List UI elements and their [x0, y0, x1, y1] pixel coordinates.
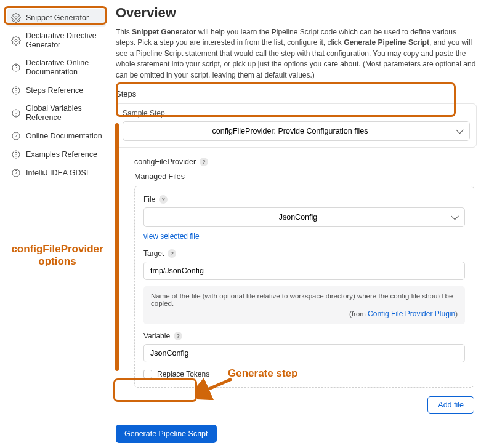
sidebar-item-label: Online Documentation — [26, 132, 102, 141]
sample-step-label: Sample Step — [123, 109, 470, 118]
help-icon — [11, 63, 21, 73]
sidebar: Snippet Generator Declarative Directive … — [0, 0, 110, 448]
help-icon[interactable]: ? — [174, 332, 182, 340]
config-file-provider-plugin-link[interactable]: Config File Provider Plugin — [368, 310, 455, 318]
config-block: configFileProvider ? Managed Files File … — [116, 155, 477, 418]
sidebar-item-steps-reference[interactable]: Steps Reference — [7, 81, 106, 100]
svg-point-11 — [16, 156, 17, 157]
svg-point-7 — [16, 115, 17, 116]
sidebar-item-label: Snippet Generator — [26, 14, 89, 23]
sample-step-select[interactable]: configFileProvider: Provide Configuratio… — [123, 121, 470, 141]
managed-file-entry: File ? JsonConfig view selected file Tar… — [134, 186, 474, 388]
sidebar-item-label: Steps Reference — [26, 86, 83, 95]
help-icon[interactable]: ? — [200, 158, 208, 166]
gear-icon — [11, 36, 21, 46]
sidebar-item-examples-reference[interactable]: Examples Reference — [7, 145, 106, 164]
help-icon[interactable]: ? — [159, 195, 168, 204]
generate-pipeline-script-button[interactable]: Generate Pipeline Script — [116, 425, 217, 443]
sidebar-item-label: Global Variables Reference — [26, 104, 102, 122]
intro-text: This Snippet Generator will help you lea… — [116, 27, 477, 81]
replace-tokens-checkbox[interactable] — [143, 370, 152, 378]
svg-point-5 — [16, 92, 17, 93]
sample-step-panel: Sample Step configFileProvider: Provide … — [116, 103, 477, 148]
add-file-button[interactable]: Add file — [427, 396, 474, 414]
sidebar-item-label: Declarative Directive Generator — [26, 31, 102, 50]
help-icon — [11, 150, 21, 159]
target-label: Target — [143, 249, 164, 258]
sidebar-item-global-variables[interactable]: Global Variables Reference — [7, 100, 106, 127]
sidebar-item-declarative-directive[interactable]: Declarative Directive Generator — [7, 27, 106, 54]
managed-files-label: Managed Files — [134, 172, 474, 181]
help-icon — [11, 168, 21, 178]
variable-input[interactable] — [143, 344, 465, 362]
sidebar-item-label: Declarative Online Documentation — [26, 58, 102, 77]
help-icon[interactable]: ? — [168, 249, 176, 258]
file-label: File — [143, 195, 155, 204]
config-header-label: configFileProvider — [134, 158, 196, 166]
sidebar-item-online-doc[interactable]: Online Documentation — [7, 127, 106, 145]
sidebar-item-label: Examples Reference — [26, 150, 97, 159]
svg-point-3 — [16, 70, 17, 70]
help-icon — [11, 131, 21, 141]
replace-tokens-label: Replace Tokens — [157, 370, 209, 378]
sidebar-item-label: IntelliJ IDEA GDSL — [26, 169, 91, 178]
help-icon — [11, 86, 21, 95]
gear-icon — [11, 13, 21, 23]
svg-point-13 — [16, 175, 17, 175]
target-input[interactable] — [143, 262, 465, 280]
main-content: Overview This Snippet Generator will hel… — [110, 0, 489, 448]
svg-point-1 — [15, 39, 17, 42]
target-help-note: Name of the file (with optional file rel… — [143, 286, 465, 324]
svg-point-0 — [15, 17, 17, 19]
variable-label: Variable — [143, 332, 170, 340]
steps-heading: Steps — [116, 89, 477, 98]
sidebar-item-snippet-generator[interactable]: Snippet Generator — [7, 9, 106, 27]
sidebar-item-declarative-online-doc[interactable]: Declarative Online Documentation — [7, 54, 106, 81]
view-selected-file-link[interactable]: view selected file — [143, 232, 200, 241]
svg-point-9 — [16, 138, 17, 138]
help-icon — [11, 108, 21, 118]
page-title: Overview — [116, 5, 477, 21]
sidebar-item-intellij-gdsl[interactable]: IntelliJ IDEA GDSL — [7, 164, 106, 182]
file-select[interactable]: JsonConfig — [143, 207, 465, 227]
